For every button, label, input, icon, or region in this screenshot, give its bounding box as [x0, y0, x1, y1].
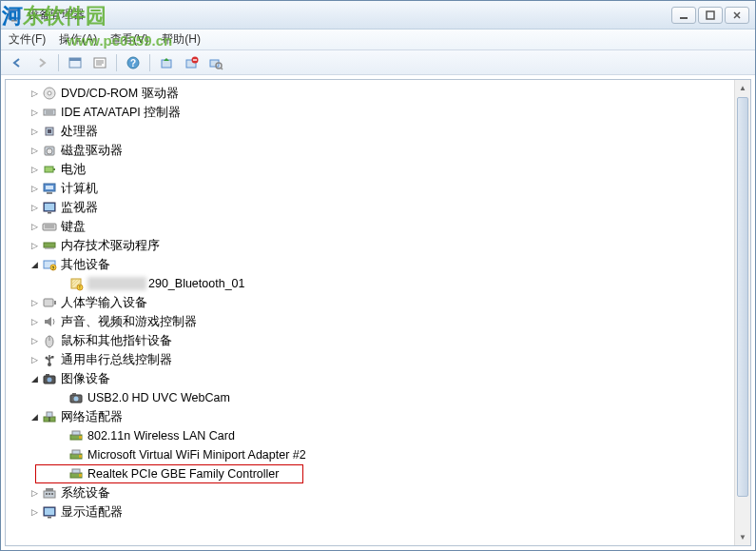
- close-button[interactable]: [725, 7, 749, 24]
- svg-rect-2: [11, 20, 17, 22]
- show-hidden-button[interactable]: [65, 52, 86, 73]
- update-driver-button[interactable]: [156, 52, 177, 73]
- content-area: ▷DVD/CD-ROM 驱动器▷IDE ATA/ATAPI 控制器▷处理器▷磁盘…: [5, 79, 751, 546]
- tree-item[interactable]: ▷通用串行总线控制器: [11, 350, 732, 369]
- properties-button[interactable]: [89, 52, 110, 73]
- tree-item-label: USB2.0 HD UVC WebCam: [87, 388, 230, 408]
- window-title: 设备管理器: [28, 7, 671, 23]
- tree-item[interactable]: ▷人体学输入设备: [11, 293, 732, 312]
- tree-item[interactable]: !290_Bluetooth_01: [11, 274, 732, 293]
- tree-item[interactable]: ◢图像设备: [11, 369, 732, 388]
- tree-item-label: 通用串行总线控制器: [61, 350, 172, 370]
- tree-item-label: 网络适配器: [61, 407, 123, 427]
- svg-rect-67: [47, 412, 52, 417]
- tree-item[interactable]: ▷系统设备: [11, 483, 732, 502]
- tree-item-label: 键盘: [61, 217, 86, 237]
- tree-item-label: 人体学输入设备: [61, 293, 147, 313]
- tree-item[interactable]: ▷鼠标和其他指针设备: [11, 331, 732, 350]
- svg-text:?: ?: [52, 266, 55, 271]
- collapse-icon[interactable]: ◢: [29, 373, 40, 384]
- menu-help[interactable]: 帮助(H): [162, 31, 201, 48]
- tree-item-label: 声音、视频和游戏控制器: [61, 312, 197, 332]
- hid-icon: [42, 295, 57, 310]
- imaging-icon: [42, 371, 57, 386]
- tree-item[interactable]: ▷磁盘驱动器: [11, 141, 732, 160]
- toolbar: ?: [1, 50, 755, 75]
- expand-icon[interactable]: ▷: [29, 240, 40, 251]
- collapse-icon[interactable]: ◢: [29, 411, 40, 423]
- expander-spacer: [55, 430, 67, 442]
- tree-item-label: 电池: [61, 160, 86, 180]
- tree-item[interactable]: ▷键盘: [11, 217, 732, 236]
- tree-item[interactable]: ▷内存技术驱动程序: [11, 236, 732, 255]
- expand-icon[interactable]: ▷: [29, 335, 40, 346]
- tree-item[interactable]: 802.11n Wireless LAN Card: [11, 426, 732, 445]
- tree-item[interactable]: ▷IDE ATA/ATAPI 控制器: [11, 103, 732, 122]
- svg-point-21: [48, 91, 51, 95]
- svg-rect-70: [72, 431, 80, 435]
- dvd-icon: [42, 86, 57, 101]
- expand-icon[interactable]: ▷: [29, 506, 40, 518]
- tree-item-label: IDE ATA/ATAPI 控制器: [61, 103, 181, 123]
- scrollbar[interactable]: ▲ ▼: [734, 80, 750, 545]
- tree-item[interactable]: Realtek PCIe GBE Family Controller: [11, 464, 732, 483]
- tree-item[interactable]: ▷处理器: [11, 122, 732, 141]
- tree-item[interactable]: Microsoft Virtual WiFi Miniport Adapter …: [11, 445, 732, 464]
- expand-icon[interactable]: ▷: [29, 183, 40, 194]
- expand-icon[interactable]: ▷: [29, 221, 40, 232]
- menubar: 文件(F) 操作(A) 查看(V) 帮助(H): [1, 30, 755, 50]
- tree-item[interactable]: USB2.0 HD UVC WebCam: [11, 388, 732, 407]
- minimize-button[interactable]: [671, 7, 696, 24]
- scroll-up-button[interactable]: ▲: [735, 80, 750, 96]
- menu-action[interactable]: 操作(A): [59, 31, 97, 48]
- expand-icon[interactable]: ▷: [29, 354, 40, 365]
- svg-rect-33: [47, 192, 52, 194]
- scrollbar-thumb[interactable]: [737, 97, 748, 497]
- tree-item[interactable]: ▷监视器: [11, 198, 732, 217]
- expand-icon[interactable]: ▷: [29, 487, 40, 499]
- memory-icon: [42, 238, 57, 253]
- netcard-icon: [68, 466, 84, 482]
- expand-icon[interactable]: ▷: [29, 202, 40, 213]
- svg-rect-4: [707, 11, 714, 19]
- expander-spacer: [55, 278, 67, 289]
- tree-item[interactable]: ▷计算机: [11, 179, 732, 198]
- tree-item[interactable]: ▷显示适配器: [11, 502, 732, 521]
- app-icon: [7, 8, 22, 23]
- forward-button[interactable]: [31, 52, 52, 73]
- uninstall-button[interactable]: [181, 52, 202, 73]
- expand-icon[interactable]: ▷: [29, 126, 40, 137]
- tree-item-label: 系统设备: [61, 483, 110, 503]
- tree-item[interactable]: ◢网络适配器: [11, 407, 732, 426]
- other-icon: ?: [42, 257, 57, 272]
- expand-icon[interactable]: ▷: [29, 297, 40, 308]
- tree-item-label: Realtek PCIe GBE Family Controller: [87, 464, 279, 484]
- expand-icon[interactable]: ▷: [29, 164, 40, 175]
- tree-item-label: 显示适配器: [61, 502, 123, 522]
- menu-view[interactable]: 查看(V): [110, 31, 148, 48]
- help-button[interactable]: ?: [123, 52, 144, 73]
- ide-icon: [42, 105, 57, 120]
- expand-icon[interactable]: ▷: [29, 145, 40, 156]
- scroll-down-button[interactable]: ▼: [735, 529, 750, 545]
- tree-item[interactable]: ▷DVD/CD-ROM 驱动器: [11, 84, 732, 103]
- expander-spacer: [55, 449, 67, 461]
- collapse-icon[interactable]: ◢: [29, 259, 40, 270]
- svg-line-19: [221, 68, 223, 69]
- expand-icon[interactable]: ▷: [29, 88, 40, 99]
- tree-item[interactable]: ▷电池: [11, 160, 732, 179]
- blurred-text: [87, 277, 146, 290]
- menu-file[interactable]: 文件(F): [9, 31, 46, 48]
- back-button[interactable]: [7, 52, 28, 73]
- maximize-button[interactable]: [698, 7, 723, 24]
- tree-item[interactable]: ◢?其他设备: [11, 255, 732, 274]
- expand-icon[interactable]: ▷: [29, 107, 40, 118]
- window-controls: [671, 7, 749, 24]
- expand-icon[interactable]: ▷: [29, 316, 40, 327]
- tree-item[interactable]: ▷声音、视频和游戏控制器: [11, 312, 732, 331]
- scan-hardware-button[interactable]: [205, 52, 226, 73]
- titlebar[interactable]: 设备管理器: [1, 1, 755, 30]
- svg-rect-22: [44, 109, 55, 115]
- svg-point-81: [48, 493, 50, 495]
- device-tree[interactable]: ▷DVD/CD-ROM 驱动器▷IDE ATA/ATAPI 控制器▷处理器▷磁盘…: [6, 80, 734, 545]
